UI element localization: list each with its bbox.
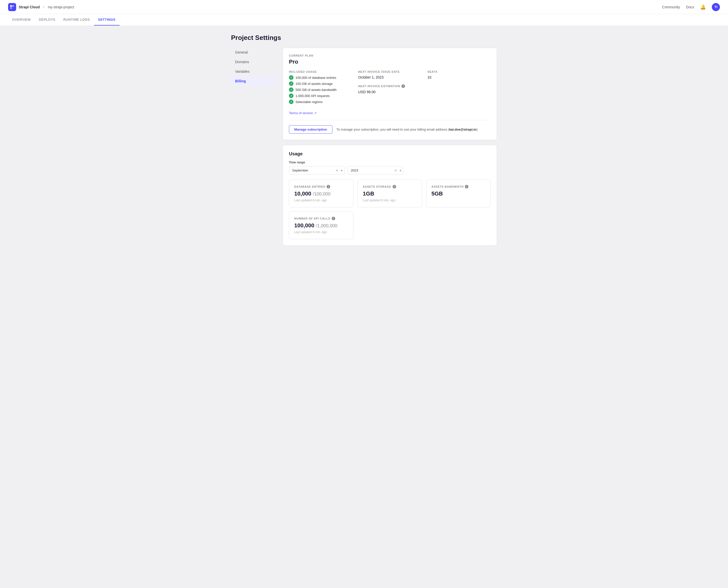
external-link-icon: ↗ — [314, 111, 317, 115]
next-invoice-date-label: NEXT INVOICE ISSUE DATE — [358, 70, 421, 73]
tab-runtime-logs[interactable]: RUNTIME LOGS — [59, 14, 94, 25]
usage-item-2: 150 GB of assets storage — [289, 81, 352, 86]
usage-card-api-calls: NUMBER OF API CALLS i 100,000 /1,000,000… — [289, 211, 353, 239]
usage-top-grid: DATABASE ENTRIES i 10,000 /100,000 Last … — [289, 180, 491, 207]
billing-email: kai.doe@strapi.io — [449, 128, 477, 131]
usage-item-label-1: 100,000 of database entries — [296, 76, 336, 80]
main-content: CURRENT PLAN Pro INCLUDED USAGE 100,000 … — [283, 48, 497, 246]
sidebar-item-general[interactable]: General — [231, 48, 277, 57]
usage-item-1: 100,000 of database entries — [289, 75, 352, 80]
assets-storage-label: ASSETS STORAGE i — [363, 185, 417, 188]
brand-name: Strapi Cloud — [19, 5, 40, 9]
tab-settings[interactable]: SETTINGS — [94, 14, 120, 25]
database-entries-label: DATABASE ENTRIES i — [294, 185, 348, 188]
usage-item-label-3: 500 GB of assets bandwidth — [296, 88, 337, 92]
api-calls-info-icon[interactable]: i — [332, 217, 335, 220]
notifications-icon[interactable]: 🔔 — [700, 4, 706, 10]
seats-value: 10 — [427, 75, 491, 79]
avatar[interactable]: TI — [712, 3, 720, 11]
usage-card-assets-storage: ASSETS STORAGE i 1GB Last updated 8 min.… — [358, 180, 422, 207]
sidebar-item-billing[interactable]: Billing — [231, 77, 277, 86]
time-range-selects: September October August ✕ ▾ 2023 2022 ✕ — [289, 166, 491, 174]
plan-name: Pro — [289, 59, 491, 65]
next-invoice-estimation-label: NEXT INVOICE ESTIMATION i — [358, 84, 421, 88]
manage-subscription-button[interactable]: Manage subscription — [289, 125, 332, 133]
sidebar-item-variables[interactable]: Variables — [231, 67, 277, 76]
sidebar-item-domains[interactable]: Domains — [231, 57, 277, 66]
api-calls-updated: Last updated 6 min. ago — [294, 230, 348, 234]
year-select-clear[interactable]: ✕ — [394, 168, 397, 172]
header-left: Strapi Cloud / my-strapi-project — [8, 3, 74, 11]
terms-link[interactable]: Terms of service ↗ — [289, 111, 317, 115]
svg-rect-0 — [11, 5, 12, 7]
api-calls-label: NUMBER OF API CALLS i — [294, 217, 348, 220]
usage-item-label-5: Selectable regions — [296, 100, 323, 104]
manage-row: Manage subscription To manage your subsc… — [289, 125, 491, 133]
assets-bandwidth-info-icon[interactable]: i — [465, 185, 468, 188]
svg-rect-1 — [13, 5, 14, 7]
seats-label: SEATS — [427, 70, 491, 73]
assets-storage-info-icon[interactable]: i — [392, 185, 396, 188]
current-plan-label: CURRENT PLAN — [289, 54, 491, 57]
invoice-col: NEXT INVOICE ISSUE DATE October 1, 2023 … — [358, 70, 421, 104]
assets-bandwidth-label: ASSETS BANDWIDTH i — [431, 185, 485, 188]
usage-item-label-2: 150 GB of assets storage — [296, 82, 333, 86]
plan-details: INCLUDED USAGE 100,000 of database entri… — [289, 70, 491, 104]
terms-link-text: Terms of service — [289, 111, 313, 115]
usage-card: Usage Time range September October Augus… — [283, 145, 497, 246]
check-icon-4 — [289, 93, 294, 98]
database-entries-info-icon[interactable]: i — [327, 185, 330, 188]
estimation-info-icon[interactable]: i — [401, 84, 405, 88]
usage-item-4: 1,000,000 API requests — [289, 93, 352, 98]
header: Strapi Cloud / my-strapi-project Communi… — [0, 0, 728, 14]
database-entries-updated: Last updated 8 min. ago — [294, 198, 348, 202]
check-icon-2 — [289, 81, 294, 86]
check-icon-1 — [289, 75, 294, 80]
year-select-wrapper: 2023 2022 ✕ ▾ — [348, 166, 403, 174]
next-invoice-amount: USD 99.00 — [358, 90, 421, 94]
check-icon-3 — [289, 87, 294, 92]
included-usage-label: INCLUDED USAGE — [289, 70, 352, 73]
usage-item-3: 500 GB of assets bandwidth — [289, 87, 352, 92]
database-entries-value: 10,000 /100,000 — [294, 190, 348, 197]
assets-storage-updated: Last updated 8 min. ago — [363, 198, 417, 202]
usage-title: Usage — [289, 151, 491, 156]
tab-deploys[interactable]: DEPLOYS — [35, 14, 59, 25]
header-right: Community Docs 🔔 TI — [662, 3, 720, 11]
month-select-wrapper: September October August ✕ ▾ — [289, 166, 345, 174]
month-select-clear[interactable]: ✕ — [336, 168, 339, 172]
billing-card: CURRENT PLAN Pro INCLUDED USAGE 100,000 … — [283, 48, 497, 140]
assets-storage-value: 1GB — [363, 190, 417, 197]
time-range-label: Time range — [289, 161, 491, 164]
tab-overview[interactable]: OVERVIEW — [8, 14, 35, 25]
usage-card-assets-bandwidth: ASSETS BANDWIDTH i 5GB — [426, 180, 491, 207]
page: Project Settings General Domains Variabl… — [225, 26, 503, 254]
layout: General Domains Variables Billing CURREN… — [231, 48, 497, 246]
sidebar: General Domains Variables Billing — [231, 48, 277, 246]
community-link[interactable]: Community — [662, 5, 680, 9]
usage-item-5: Selectable regions — [289, 100, 352, 104]
check-icon-5 — [289, 100, 294, 104]
nav-tabs: OVERVIEW DEPLOYS RUNTIME LOGS SETTINGS — [0, 14, 728, 26]
strapi-logo — [8, 3, 16, 11]
billing-divider — [289, 120, 491, 120]
page-title: Project Settings — [231, 34, 497, 42]
included-usage-col: INCLUDED USAGE 100,000 of database entri… — [289, 70, 352, 104]
breadcrumb-separator: / — [43, 5, 44, 9]
usage-card-database-entries: DATABASE ENTRIES i 10,000 /100,000 Last … — [289, 180, 353, 207]
next-invoice-date-value: October 1, 2023 — [358, 75, 421, 79]
api-calls-value: 100,000 /1,000,000 — [294, 222, 348, 229]
usage-bottom-grid: NUMBER OF API CALLS i 100,000 /1,000,000… — [289, 211, 491, 239]
docs-link[interactable]: Docs — [686, 5, 694, 9]
manage-info: To manage your subscription, you will ne… — [337, 128, 478, 131]
usage-item-label-4: 1,000,000 API requests — [296, 94, 330, 98]
svg-rect-2 — [11, 7, 12, 9]
assets-bandwidth-value: 5GB — [431, 190, 485, 197]
seats-col: SEATS 10 — [427, 70, 491, 104]
project-name: my-strapi-project — [48, 5, 74, 9]
usage-list: 100,000 of database entries 150 GB of as… — [289, 75, 352, 104]
